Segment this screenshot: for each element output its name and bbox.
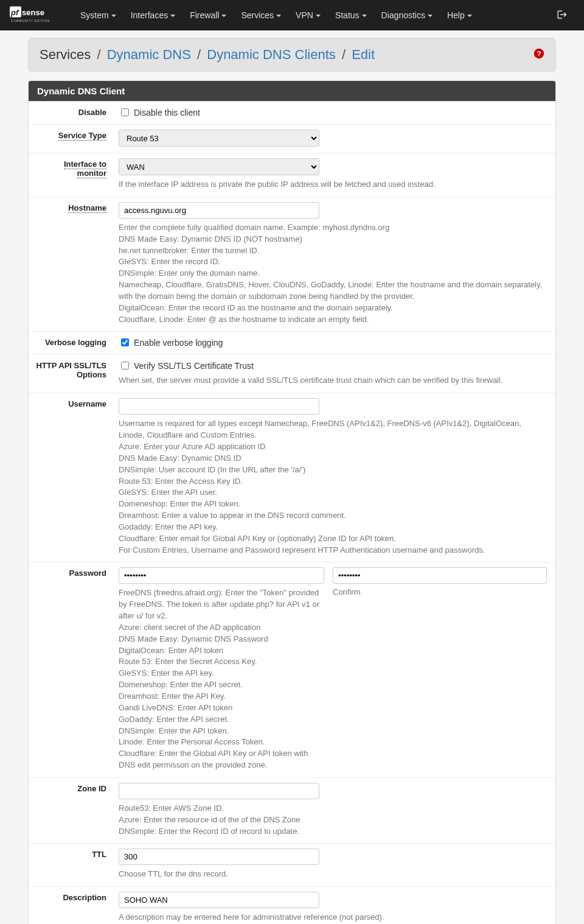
label-ttl: TTL: [92, 850, 106, 859]
label-hostname: Hostname: [68, 203, 106, 213]
nav-status[interactable]: Status: [328, 4, 374, 26]
label-zone: Zone ID: [77, 784, 106, 793]
page-header: Services / Dynamic DNS / Dynamic DNS Cli…: [28, 38, 556, 72]
interface-select[interactable]: WAN: [119, 158, 319, 175]
nav-menu: System Interfaces Firewall Services VPN …: [73, 4, 479, 26]
ssl-check-area[interactable]: Verify SSL/TLS Certificate Trust: [119, 360, 547, 371]
ssl-checkbox[interactable]: [121, 362, 129, 369]
nav-right: [549, 3, 575, 28]
confirm-label: Confirm: [333, 587, 547, 597]
label-disable: Disable: [78, 108, 106, 117]
verbose-check-area[interactable]: Enable verbose logging: [119, 337, 547, 348]
logout-button[interactable]: [549, 3, 575, 28]
disable-text: Disable this client: [134, 108, 200, 117]
help-description: A description may be entered here for ad…: [119, 912, 547, 924]
hostname-input[interactable]: [119, 202, 319, 219]
breadcrumb-clients[interactable]: Dynamic DNS Clients: [207, 47, 336, 62]
pfsense-logo-icon: pf sense COMMUNITY EDITION: [9, 4, 64, 26]
label-username: Username: [68, 399, 106, 408]
verbose-text: Enable verbose logging: [134, 338, 223, 348]
help-username: Username is required for all types excep…: [119, 418, 547, 556]
nav-vpn[interactable]: VPN: [288, 4, 328, 26]
password-confirm-input[interactable]: [333, 567, 547, 584]
help-interface: If the interface IP address is private t…: [119, 179, 547, 191]
ttl-input[interactable]: [119, 849, 319, 865]
nav-system[interactable]: System: [73, 4, 123, 26]
ssl-text: Verify SSL/TLS Certificate Trust: [134, 361, 254, 371]
nav-diagnostics[interactable]: Diagnostics: [374, 4, 440, 26]
zone-input[interactable]: [119, 783, 319, 799]
logout-icon: [557, 9, 568, 20]
label-password: Password: [69, 569, 106, 578]
service-type-select[interactable]: Route 53: [119, 130, 319, 147]
svg-text:sense: sense: [22, 8, 44, 17]
nav-firewall[interactable]: Firewall: [182, 4, 234, 26]
nav-help[interactable]: Help: [440, 4, 479, 26]
help-zone: Route53: Enter AWS Zone ID.Azure: Enter …: [119, 803, 547, 838]
breadcrumb: Services / Dynamic DNS / Dynamic DNS Cli…: [40, 47, 375, 63]
username-input[interactable]: [119, 398, 319, 415]
description-input[interactable]: [119, 892, 319, 908]
breadcrumb-services: Services: [40, 47, 91, 62]
panel-title: Dynamic DNS Client: [29, 81, 555, 101]
svg-text:pf: pf: [10, 8, 19, 17]
disable-checkbox[interactable]: [121, 108, 129, 116]
nav-services[interactable]: Services: [234, 4, 288, 26]
top-navbar: pf sense COMMUNITY EDITION System Interf…: [0, 0, 584, 30]
breadcrumb-edit[interactable]: Edit: [352, 47, 375, 62]
label-description: Description: [63, 893, 106, 902]
breadcrumb-dyndns[interactable]: Dynamic DNS: [107, 47, 191, 62]
help-hostname: Enter the complete fully qualified domai…: [119, 222, 547, 326]
dyndns-client-panel: Dynamic DNS Client Disable Disable this …: [28, 80, 556, 924]
label-interface: Interface to monitor: [64, 159, 106, 178]
help-ssl: When set, the server must provide a vali…: [119, 375, 547, 387]
svg-text:?: ?: [537, 49, 541, 57]
brand-logo[interactable]: pf sense COMMUNITY EDITION: [9, 4, 73, 26]
disable-check-area[interactable]: Disable this client: [119, 107, 547, 118]
nav-interfaces[interactable]: Interfaces: [123, 4, 182, 26]
label-ssl: HTTP API SSL/TLS Options: [36, 361, 106, 379]
help-icon[interactable]: ?: [534, 48, 544, 62]
verbose-checkbox[interactable]: [121, 338, 129, 346]
help-password: FreeDNS (freedns.afraid.org): Enter the …: [119, 587, 324, 771]
password-input[interactable]: [119, 567, 324, 584]
help-ttl: Choose TTL for the dns record.: [119, 869, 547, 880]
label-service-type: Service Type: [58, 131, 106, 141]
label-verbose: Verbose logging: [45, 338, 106, 347]
svg-text:COMMUNITY EDITION: COMMUNITY EDITION: [11, 19, 50, 23]
